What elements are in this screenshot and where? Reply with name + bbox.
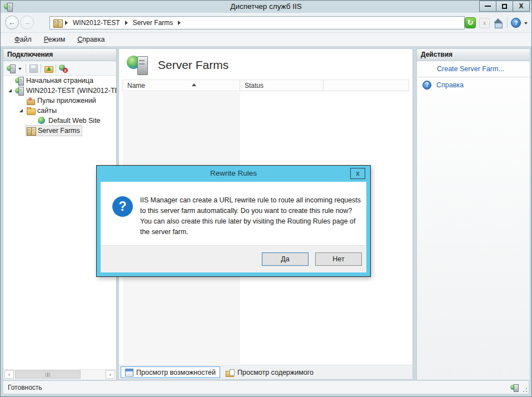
tree-item-server[interactable]: WIN2012-TEST (WIN2012-TES	[3, 86, 116, 96]
selected-tree-item: Server Farms	[26, 126, 82, 136]
menu-view[interactable]: Режим	[38, 34, 72, 44]
connections-toolbar	[3, 61, 116, 76]
page-title: Server Farms	[158, 58, 228, 72]
address-toolbar: ← → WIN2012-TEST Server Farms ↻ x ?	[1, 13, 531, 33]
tree-item-server-farms[interactable]: Server Farms	[3, 126, 116, 136]
tree-item-sites[interactable]: сайты	[3, 106, 116, 116]
dialog-body: ? IIS Manager can create a URL rewrite r…	[101, 182, 366, 272]
status-bar: Готовность	[3, 380, 529, 394]
help-icon[interactable]: ?	[511, 18, 521, 28]
server-icon	[15, 86, 24, 95]
minimize-icon	[485, 6, 491, 7]
breadcrumb-arrow-icon	[125, 21, 128, 25]
breadcrumb-server[interactable]: WIN2012-TEST	[73, 19, 120, 27]
maximize-icon	[502, 4, 507, 9]
features-view-icon	[125, 369, 133, 376]
address-bar[interactable]: WIN2012-TEST Server Farms	[49, 16, 465, 29]
menu-file[interactable]: Файл	[8, 34, 38, 44]
create-connection-icon[interactable]	[7, 64, 16, 73]
expander-open-icon[interactable]	[8, 89, 12, 92]
dialog-title: Rewrite Rules	[97, 166, 370, 182]
breadcrumb-server-farms[interactable]: Server Farms	[133, 19, 173, 27]
resize-grip[interactable]	[521, 386, 528, 393]
scroll-left-icon[interactable]: ‹	[4, 370, 14, 379]
no-button[interactable]: Нет	[315, 252, 362, 266]
rewrite-rules-dialog: Rewrite Rules x ? IIS Manager can create…	[96, 165, 371, 277]
content-view-icon	[226, 368, 235, 377]
help-icon: ?	[422, 81, 431, 90]
expander-open-icon[interactable]	[19, 109, 23, 112]
toolbar-separator	[41, 64, 41, 73]
delete-connection-icon[interactable]	[59, 64, 68, 73]
tree-item-start-page[interactable]: Начальная страница	[3, 76, 116, 86]
breadcrumb-arrow-icon	[178, 21, 181, 25]
horizontal-scrollbar[interactable]: ‹ ›	[4, 369, 116, 379]
sites-folder-icon	[26, 106, 35, 115]
view-tabs-bar: Просмотр возможностей Просмотр содержимо…	[119, 365, 412, 379]
column-header-name[interactable]: Name	[123, 80, 240, 91]
iis-manager-window: { "window": { "title": "Диспетчер служб …	[0, 0, 532, 397]
server-farms-icon	[27, 126, 36, 135]
tree-item-app-pools[interactable]: Пулы приложений	[3, 96, 116, 106]
connections-header: Подключения	[3, 49, 116, 61]
sort-ascending-icon	[192, 83, 196, 86]
dialog-close-icon: x	[356, 170, 360, 177]
scroll-right-icon[interactable]: ›	[106, 370, 115, 379]
help-link[interactable]: Справка	[436, 81, 464, 89]
toolbar-separator	[26, 64, 26, 73]
dialog-footer: Да Нет	[101, 245, 366, 272]
column-header-status[interactable]: Status	[240, 80, 324, 91]
minimize-button[interactable]	[479, 1, 496, 12]
menu-bar: Файл Режим Справка	[1, 33, 531, 46]
breadcrumb-arrow-icon	[65, 21, 68, 25]
server-farm-icon	[53, 18, 62, 27]
window-title: Диспетчер служб IIS	[1, 1, 531, 13]
refresh-icon[interactable]: ↻	[465, 17, 476, 28]
stop-icon: x	[479, 18, 490, 28]
dialog-message: IIS Manager can create a URL rewrite rul…	[140, 195, 362, 237]
home-icon[interactable]	[493, 18, 504, 28]
forward-button[interactable]: →	[20, 16, 34, 29]
server-farms-page-icon	[127, 54, 149, 76]
actions-panel: Действия Create Server Farm... ? Справка	[416, 48, 530, 380]
close-icon: X	[519, 3, 523, 9]
connection-dropdown-caret-icon[interactable]	[18, 64, 23, 73]
app-pools-icon	[26, 96, 35, 105]
yes-button[interactable]: Да	[262, 252, 309, 266]
actions-header: Действия	[417, 49, 530, 61]
tab-content-view[interactable]: Просмотр содержимого	[222, 366, 317, 378]
status-server-icon	[510, 384, 519, 392]
tree-item-default-web-site[interactable]: Default Web Site	[3, 116, 116, 126]
start-page-icon	[15, 76, 24, 85]
web-site-icon	[37, 116, 46, 125]
save-connection-icon	[29, 64, 38, 73]
question-icon: ?	[112, 196, 133, 217]
scrollbar-thumb[interactable]	[15, 370, 81, 379]
dialog-close-button[interactable]: x	[350, 168, 365, 179]
actions-separator	[417, 77, 529, 77]
toolbar-separator	[507, 18, 508, 28]
toolbar-separator	[56, 64, 56, 73]
status-text: Готовность	[8, 384, 42, 391]
list-column-headers: Name Status	[122, 80, 409, 91]
up-level-icon[interactable]	[44, 64, 53, 73]
help-action-row[interactable]: ? Справка	[422, 81, 464, 90]
title-bar: Диспетчер служб IIS X	[1, 1, 531, 13]
help-dropdown-caret-icon[interactable]	[524, 18, 528, 27]
create-server-farm-link[interactable]: Create Server Farm...	[437, 65, 504, 73]
column-header-empty	[324, 80, 409, 91]
maximize-button[interactable]	[496, 1, 513, 12]
menu-help[interactable]: Справка	[71, 34, 111, 44]
back-button[interactable]: ←	[5, 16, 19, 29]
close-button[interactable]: X	[513, 1, 530, 12]
tab-features-view[interactable]: Просмотр возможностей	[121, 366, 220, 378]
